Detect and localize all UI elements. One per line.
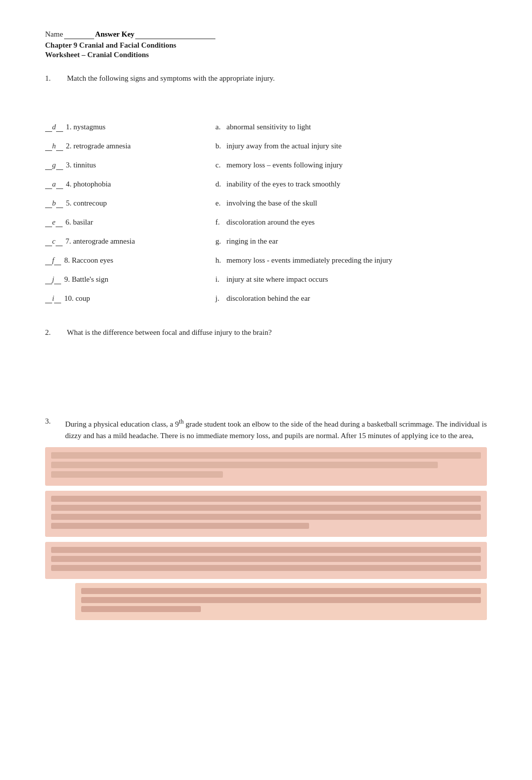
match-right-item-4: d. inability of the eyes to track smooth… bbox=[215, 180, 487, 194]
def-text-10: discoloration behind the ear bbox=[226, 294, 310, 303]
q1-body: Match the following signs and symptoms w… bbox=[67, 74, 275, 82]
def-text-6: discoloration around the eyes bbox=[226, 218, 315, 227]
matching-right: a. abnormal sensitivity to light b. inju… bbox=[215, 123, 487, 313]
match-right-item-5: e. involving the base of the skull bbox=[215, 199, 487, 213]
def-letter-2: b. bbox=[215, 142, 226, 150]
answer-letter-7: c bbox=[52, 237, 56, 246]
match-term-2: 2. retrograde amnesia bbox=[66, 142, 131, 150]
def-letter-4: d. bbox=[215, 180, 226, 188]
question-2-text: 2. What is the difference between focal … bbox=[45, 328, 487, 337]
blank-left-2 bbox=[45, 142, 52, 151]
def-letter-5: e. bbox=[215, 199, 226, 208]
question-1-text: 1. Match the following signs and symptom… bbox=[45, 74, 487, 83]
blurred-answer-top bbox=[45, 447, 487, 486]
name-line: Name Answer Key bbox=[45, 30, 487, 39]
match-left-item-3: g 3. tinnitus bbox=[45, 161, 215, 175]
match-term-5: 5. contrecoup bbox=[66, 199, 107, 208]
match-left-item-10: i 10. coup bbox=[45, 294, 215, 308]
blank-left-6 bbox=[45, 218, 52, 227]
def-text-8: memory loss - events immediately precedi… bbox=[226, 256, 392, 265]
def-letter-1: a. bbox=[215, 123, 226, 131]
answer-letter-5: b bbox=[52, 199, 56, 208]
blank-right-2 bbox=[56, 142, 63, 151]
blank-right-9 bbox=[54, 275, 61, 284]
header: Name Answer Key Chapter 9 Cranial and Fa… bbox=[45, 30, 487, 59]
blank-right-10 bbox=[54, 294, 61, 303]
blank-left-4 bbox=[45, 180, 52, 189]
match-left-item-2: h 2. retrograde amnesia bbox=[45, 142, 215, 156]
def-text-7: ringing in the ear bbox=[226, 237, 278, 246]
def-letter-3: c. bbox=[215, 161, 226, 169]
match-right-item-9: i. injury at site where impact occurs bbox=[215, 275, 487, 289]
def-letter-6: f. bbox=[215, 218, 226, 227]
match-right-item-6: f. discoloration around the eyes bbox=[215, 218, 487, 232]
question-1-section: 1. Match the following signs and symptom… bbox=[45, 74, 487, 313]
worksheet-title: Worksheet – Cranial Conditions bbox=[45, 51, 487, 59]
blank-right-3 bbox=[56, 161, 63, 170]
answer-letter-4: a bbox=[52, 180, 56, 188]
blank-left-5 bbox=[45, 199, 52, 208]
blank-left-9 bbox=[45, 275, 52, 284]
def-letter-9: i. bbox=[215, 275, 226, 284]
q3-line: 3. During a physical education class, a … bbox=[45, 417, 487, 442]
answer-letter-3: g bbox=[52, 161, 56, 169]
def-letter-10: j. bbox=[215, 294, 226, 303]
match-left-item-5: b 5. contrecoup bbox=[45, 199, 215, 213]
blank-right-8 bbox=[54, 256, 61, 265]
def-text-2: injury away from the actual injury site bbox=[226, 142, 342, 150]
match-term-10: 10. coup bbox=[64, 294, 90, 303]
def-letter-8: h. bbox=[215, 256, 226, 265]
match-left-item-8: f 8. Raccoon eyes bbox=[45, 256, 215, 270]
question-2-section: 2. What is the difference between focal … bbox=[45, 328, 487, 402]
match-term-3: 3. tinnitus bbox=[66, 161, 96, 169]
q3-body: During a physical education class, a 9th… bbox=[65, 417, 487, 442]
blank-left-10 bbox=[45, 294, 52, 303]
name-label: Name bbox=[45, 30, 63, 39]
match-right-item-2: b. injury away from the actual injury si… bbox=[215, 142, 487, 156]
answer-letter-2: h bbox=[52, 142, 56, 150]
def-letter-7: g. bbox=[215, 237, 226, 246]
match-term-6: 6. basilar bbox=[66, 218, 93, 227]
q3-number: 3. bbox=[45, 417, 65, 442]
matching-container: d 1. nystagmus h 2. retrograde amnesia g… bbox=[45, 123, 487, 313]
def-text-4: inability of the eyes to track smoothly bbox=[226, 180, 340, 188]
blank-left-8 bbox=[45, 256, 52, 265]
blank-left-7 bbox=[45, 237, 52, 246]
match-left-item-7: c 7. anterograde amnesia bbox=[45, 237, 215, 251]
match-right-item-3: c. memory loss – events following injury bbox=[215, 161, 487, 175]
match-term-9: 9. Battle's sign bbox=[64, 275, 108, 284]
match-left-item-1: d 1. nystagmus bbox=[45, 123, 215, 137]
match-left-item-4: a 4. photophobia bbox=[45, 180, 215, 194]
match-right-item-1: a. abnormal sensitivity to light bbox=[215, 123, 487, 137]
q3-superscript: th bbox=[179, 418, 184, 425]
def-text-5: involving the base of the skull bbox=[226, 199, 317, 208]
def-text-1: abnormal sensitivity to light bbox=[226, 123, 311, 131]
match-term-8: 8. Raccoon eyes bbox=[64, 256, 113, 265]
question-3-section: 3. During a physical education class, a … bbox=[45, 417, 487, 620]
match-right-item-7: g. ringing in the ear bbox=[215, 237, 487, 251]
answer-letter-6: e bbox=[52, 218, 56, 227]
blank-right-4 bbox=[56, 180, 63, 189]
match-term-7: 7. anterograde amnesia bbox=[66, 237, 135, 246]
blank-right-6 bbox=[56, 218, 63, 227]
answer-key-text: Answer Key bbox=[95, 30, 134, 39]
answer-letter-1: d bbox=[52, 123, 56, 131]
blank-right-7 bbox=[56, 237, 63, 246]
blank-right-5 bbox=[56, 199, 63, 208]
q2-number: 2. bbox=[45, 328, 65, 337]
def-text-3: memory loss – events following injury bbox=[226, 161, 343, 169]
def-text-9: injury at site where impact occurs bbox=[226, 275, 328, 284]
match-left-item-6: e 6. basilar bbox=[45, 218, 215, 232]
blurred-block-1 bbox=[45, 491, 487, 537]
match-right-item-10: j. discoloration behind the ear bbox=[215, 294, 487, 308]
q3-text1: During a physical education class, a 9 bbox=[65, 420, 179, 428]
match-left-item-9: j 9. Battle's sign bbox=[45, 275, 215, 289]
matching-left: d 1. nystagmus h 2. retrograde amnesia g… bbox=[45, 123, 215, 313]
blank-left-3 bbox=[45, 161, 52, 170]
q1-number: 1. bbox=[45, 74, 65, 83]
blank-left-1 bbox=[45, 123, 52, 132]
q2-body: What is the difference between focal and… bbox=[67, 328, 272, 336]
blurred-block-2 bbox=[45, 542, 487, 579]
match-right-item-8: h. memory loss - events immediately prec… bbox=[215, 256, 487, 270]
match-term-4: 4. photophobia bbox=[66, 180, 111, 188]
